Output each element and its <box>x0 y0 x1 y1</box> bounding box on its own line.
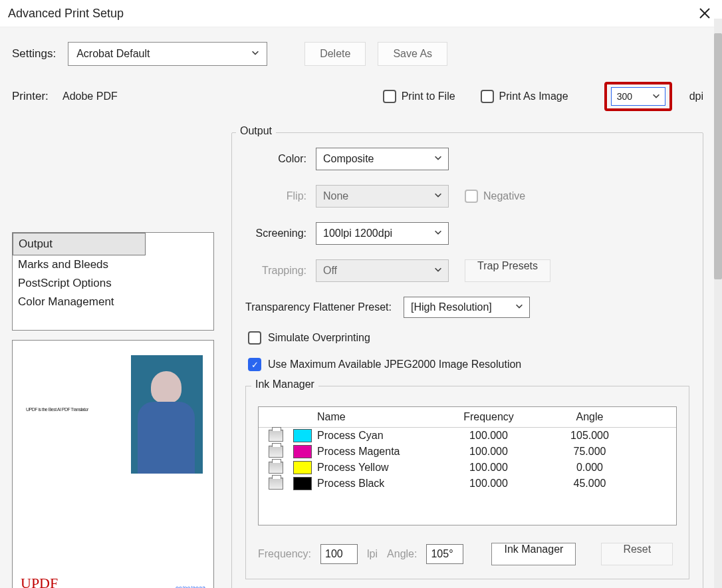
ink-hdr-freq: Frequency <box>434 411 543 423</box>
print-to-file-label: Print to File <box>402 90 455 102</box>
checkbox-icon <box>248 331 261 345</box>
settings-dropdown[interactable]: Acrobat Default <box>68 42 267 66</box>
ink-swatch <box>293 461 312 474</box>
ink-table: Name Frequency Angle Process Cyan100.000… <box>258 406 677 525</box>
ink-hdr-name: Name <box>314 411 434 423</box>
preview-date: 09/09/2023 <box>176 585 205 588</box>
checkbox-icon <box>383 90 396 103</box>
ink-angle: 75.000 <box>543 446 636 458</box>
titlebar: Advanced Print Setup <box>0 0 722 27</box>
freq-label: Frequency: <box>258 548 311 560</box>
ink-swatch <box>293 429 312 442</box>
screening-value: 100lpi 1200dpi <box>323 227 392 239</box>
trap-presets-button[interactable]: Trap Presets <box>465 259 550 282</box>
ink-name: Process Yellow <box>314 462 434 474</box>
printer-label: Printer: <box>12 90 52 103</box>
ink-freq: 100.000 <box>434 446 543 458</box>
flip-label: Flip: <box>245 190 306 202</box>
printer-icon <box>269 462 283 474</box>
category-colormgmt[interactable]: Color Management <box>13 293 213 311</box>
color-value: Composite <box>323 153 374 165</box>
ink-angle: 45.000 <box>543 478 636 490</box>
dpi-label: dpi <box>689 90 703 102</box>
negative-checkbox: Negative <box>465 190 525 203</box>
ink-row[interactable]: Process Black100.00045.000 <box>259 476 676 492</box>
chevron-down-icon <box>433 190 443 202</box>
trapping-dropdown: Off <box>316 259 449 282</box>
print-as-image-label: Print As Image <box>499 90 568 102</box>
output-panel: Output Color: Composite Flip: None Negat… <box>231 132 703 588</box>
chevron-down-icon <box>433 227 443 239</box>
ink-swatch <box>293 477 312 490</box>
window-title: Advanced Print Setup <box>8 7 124 21</box>
dpi-value: 300 <box>617 91 632 102</box>
preview-image <box>131 355 203 474</box>
printer-icon <box>269 446 283 458</box>
checkbox-icon <box>248 358 261 371</box>
jpeg2000-label: Use Maximum Available JPEG2000 Image Res… <box>268 359 521 370</box>
screening-label: Screening: <box>245 227 306 239</box>
flattener-label: Transparency Flattener Preset: <box>245 301 392 313</box>
ink-manager-legend: Ink Manager <box>251 378 318 390</box>
ink-freq: 100.000 <box>434 430 543 442</box>
category-postscript[interactable]: PostScript Options <box>13 274 213 293</box>
preview-text: UPDF is the Best AI PDF Translator <box>26 407 123 412</box>
printer-icon <box>269 478 283 490</box>
ink-swatch <box>293 445 312 458</box>
settings-label: Settings: <box>12 47 56 61</box>
lpi-label: lpi <box>367 548 378 560</box>
scrollbar[interactable] <box>714 19 722 588</box>
flattener-dropdown[interactable]: [High Resolution] <box>404 297 530 318</box>
scrollbar-thumb[interactable] <box>714 33 722 279</box>
ink-angle: 0.000 <box>543 462 636 474</box>
print-to-file-checkbox[interactable]: Print to File <box>383 90 455 103</box>
checkbox-icon <box>481 90 494 103</box>
trapping-label: Trapping: <box>245 265 306 277</box>
ink-manager-section: Ink Manager Name Frequency Angle Process… <box>245 386 689 579</box>
close-icon <box>699 7 711 19</box>
chevron-down-icon <box>433 153 443 165</box>
page-preview: UPDF is the Best AI PDF Translator UPDF … <box>12 340 214 588</box>
angle-label: Angle: <box>387 548 417 560</box>
category-list[interactable]: Output Marks and Bleeds PostScript Optio… <box>12 232 214 331</box>
screening-dropdown[interactable]: 100lpi 1200dpi <box>316 222 449 245</box>
settings-value: Acrobat Default <box>76 48 150 60</box>
ink-row[interactable]: Process Yellow100.0000.000 <box>259 460 676 476</box>
printer-value: Adobe PDF <box>62 90 118 102</box>
ink-name: Process Black <box>314 478 434 490</box>
freq-input[interactable]: 100 <box>320 544 358 564</box>
angle-input[interactable]: 105° <box>426 544 463 564</box>
ink-angle: 105.000 <box>543 430 636 442</box>
delete-button[interactable]: Delete <box>304 42 366 66</box>
ink-hdr-angle: Angle <box>543 411 636 423</box>
dpi-highlight: 300 <box>604 82 672 111</box>
color-dropdown[interactable]: Composite <box>316 148 449 170</box>
color-label: Color: <box>245 153 306 165</box>
dpi-dropdown[interactable]: 300 <box>611 87 665 106</box>
flattener-value: [High Resolution] <box>411 301 492 313</box>
checkbox-icon <box>465 190 478 203</box>
flip-value: None <box>323 190 348 202</box>
preview-brand: UPDF <box>21 575 58 588</box>
printer-icon <box>269 430 283 442</box>
trapping-value: Off <box>323 265 337 277</box>
ink-name: Process Magenta <box>314 446 434 458</box>
ink-row[interactable]: Process Cyan100.000105.000 <box>259 428 676 444</box>
chevron-down-icon <box>515 301 524 313</box>
chevron-down-icon <box>251 48 260 60</box>
category-marks[interactable]: Marks and Bleeds <box>13 255 213 274</box>
print-as-image-checkbox[interactable]: Print As Image <box>481 90 568 103</box>
save-as-button[interactable]: Save As <box>378 42 447 66</box>
chevron-down-icon <box>433 265 443 277</box>
ink-row[interactable]: Process Magenta100.00075.000 <box>259 444 676 460</box>
negative-label: Negative <box>483 190 525 202</box>
reset-button[interactable]: Reset <box>601 543 673 565</box>
ink-freq: 100.000 <box>434 478 543 490</box>
chevron-down-icon <box>652 91 661 102</box>
ink-manager-button[interactable]: Ink Manager <box>491 543 576 565</box>
jpeg2000-checkbox[interactable]: Use Maximum Available JPEG2000 Image Res… <box>248 358 689 371</box>
close-button[interactable] <box>697 5 713 21</box>
category-output[interactable]: Output <box>13 233 146 255</box>
ink-freq: 100.000 <box>434 462 543 474</box>
simulate-overprinting-checkbox[interactable]: Simulate Overprinting <box>248 331 689 345</box>
